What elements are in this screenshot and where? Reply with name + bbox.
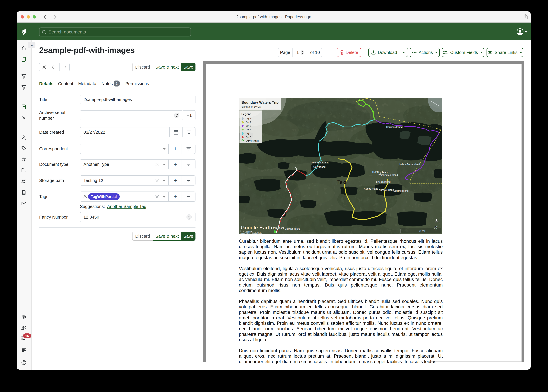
svg-text:Charlies Island: Charlies Island [285, 228, 300, 230]
svg-text:Day 2: Day 2 [245, 121, 251, 123]
svg-text:Washington Island: Washington Island [379, 174, 398, 176]
svg-text:Day 5: Day 5 [245, 132, 251, 135]
svg-text:Six days in BWCA: Six days in BWCA [241, 105, 261, 108]
svg-text:Google Earth: Google Earth [241, 225, 272, 230]
svg-text:Half Dog Island: Half Dog Island [372, 171, 389, 174]
svg-text:Hausons Island: Hausons Island [386, 126, 403, 128]
svg-text:New York Island: New York Island [311, 161, 328, 164]
svg-text:3 mi: 3 mi [419, 229, 425, 233]
svg-text:Day 1: Day 1 [245, 117, 251, 120]
svg-text:Legend: Legend [241, 112, 252, 116]
svg-text:N: N [434, 225, 437, 230]
svg-text:Entry Point 24: Entry Point 24 [245, 140, 259, 142]
svg-text:Norway Island: Norway Island [379, 189, 394, 191]
svg-text:Gary Island: Gary Island [313, 166, 325, 168]
svg-text:Text: Text [337, 179, 346, 185]
svg-text:Boundary Waters Trip: Boundary Waters Trip [241, 100, 279, 105]
svg-text:Indian Grave Island: Indian Grave Island [399, 163, 420, 166]
svg-text:Lincoln Island: Lincoln Island [376, 181, 390, 183]
svg-text:Image © 2017 DigitalGlobe: Image © 2017 DigitalGlobe [240, 232, 262, 234]
svg-text:Squirrel Island: Squirrel Island [394, 189, 409, 192]
svg-text:Day 6: Day 6 [245, 136, 251, 138]
svg-text:Canoe Island: Canoe Island [364, 188, 378, 190]
svg-text:Day 4: Day 4 [245, 128, 251, 131]
svg-text:Mile Island: Mile Island [273, 227, 284, 229]
svg-text:Day 3: Day 3 [245, 125, 251, 127]
